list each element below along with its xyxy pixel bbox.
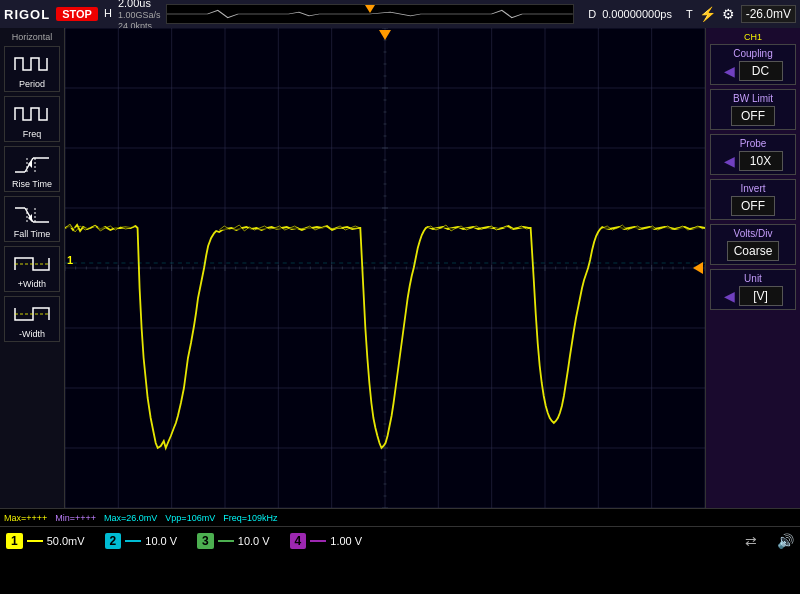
volts-div-row: Coarse [714,241,792,261]
rise-time-label: Rise Time [12,179,52,189]
period-label: Period [19,79,45,89]
unit-title: Unit [714,273,792,284]
channel-3-number: 3 [197,533,214,549]
battery-icon: ⚡ [699,6,716,22]
bw-limit-row: OFF [714,106,792,126]
trigger-top-marker [365,5,375,13]
t-indicator: T [686,8,693,20]
invert-title: Invert [714,183,792,194]
measure-neg-width[interactable]: -Width [4,296,60,342]
invert-section: Invert OFF [710,179,796,220]
channel-4-number: 4 [290,533,307,549]
measure-pos-width[interactable]: +Width [4,246,60,292]
right-panel: CH1 Coupling ◀ DC BW Limit OFF Probe ◀ 1… [705,28,800,508]
bw-limit-section: BW Limit OFF [710,89,796,130]
invert-value[interactable]: OFF [731,196,775,216]
neg-width-label: -Width [19,329,45,339]
channel-3-voltage: 10.0 V [238,535,270,547]
ch1-indicator: CH1 [710,32,796,42]
freq-status: Freq=109kHz [223,513,277,523]
coupling-title: Coupling [714,48,792,59]
channel-2-voltage: 10.0 V [145,535,177,547]
unit-left-arrow[interactable]: ◀ [724,288,735,304]
fall-time-label: Fall Time [14,229,51,239]
bw-limit-value[interactable]: OFF [731,106,775,126]
voltage-display: -26.0mV [741,5,796,23]
invert-row: OFF [714,196,792,216]
coupling-row[interactable]: ◀ DC [714,61,792,81]
probe-section: Probe ◀ 10X [710,134,796,175]
measure-fall-time[interactable]: Fall Time [4,196,60,242]
usb-icon[interactable]: ⇄ [745,533,757,549]
max2-status: Max=26.0mV [104,513,157,523]
sidebar-header: Horizontal [12,32,53,42]
max-status: Max=++++ [4,513,47,523]
coupling-left-arrow[interactable]: ◀ [724,63,735,79]
volts-div-title: Volts/Div [714,228,792,239]
volts-div-value[interactable]: Coarse [727,241,780,261]
unit-row[interactable]: ◀ [V] [714,286,792,306]
freq-icon [12,99,52,129]
freq-label: Freq [23,129,42,139]
channel-1-number: 1 [6,533,23,549]
period-icon [12,49,52,79]
power-icon: ⚙ [722,6,735,22]
coupling-section: Coupling ◀ DC [710,44,796,85]
channel-2-number: 2 [105,533,122,549]
scope-screen: 1 [65,28,705,508]
trigger-position-marker [379,30,391,40]
fall-time-icon [12,199,52,229]
vpp-status: Vpp=106mV [165,513,215,523]
rigol-logo: RIGOL [4,7,50,22]
rise-time-icon [12,149,52,179]
unit-value: [V] [739,286,783,306]
probe-title: Probe [714,138,792,149]
probe-left-arrow[interactable]: ◀ [724,153,735,169]
measure-period[interactable]: Period [4,46,60,92]
channel-1-line: — [27,540,43,542]
channel-3-line: — [218,540,234,542]
channel-2-line: — [125,540,141,542]
channel-1-item[interactable]: 1 — 50.0mV [6,533,85,549]
h-indicator: H [104,7,112,20]
unit-section: Unit ◀ [V] [710,269,796,310]
neg-width-icon [12,299,52,329]
main-layout: Horizontal Period Freq [0,28,800,508]
probe-row[interactable]: ◀ 10X [714,151,792,171]
channel-2-item[interactable]: 2 — 10.0 V [105,533,178,549]
measure-freq[interactable]: Freq [4,96,60,142]
top-bar: RIGOL STOP H 2.00us 1.00GSa/s 24.0kpts D… [0,0,800,28]
pos-width-icon [12,249,52,279]
mini-waveform [166,4,574,24]
pos-width-label: +Width [18,279,46,289]
channel-4-item[interactable]: 4 — 1.00 V [290,533,363,549]
stop-button[interactable]: STOP [56,7,98,21]
time-div-display: 2.00us 1.00GSa/s 24.0kpts [118,0,161,31]
channel-bar: 1 — 50.0mV 2 — 10.0 V 3 — 10.0 V 4 — 1.0… [0,526,800,554]
probe-value: 10X [739,151,783,171]
waveform-display [65,28,705,508]
coupling-value: DC [739,61,783,81]
channel-3-item[interactable]: 3 — 10.0 V [197,533,270,549]
channel-4-line: — [310,540,326,542]
d-value-display: 0.00000000ps [602,8,672,20]
trigger-level-marker [693,262,703,274]
d-indicator: D [588,8,596,20]
min-status: Min=++++ [55,513,96,523]
ch1-level-marker: 1 [67,254,73,266]
left-sidebar: Horizontal Period Freq [0,28,65,508]
volts-div-section: Volts/Div Coarse [710,224,796,265]
sound-icon[interactable]: 🔊 [777,533,794,549]
channel-4-voltage: 1.00 V [330,535,362,547]
status-bar: Max=++++ Min=++++ Max=26.0mV Vpp=106mV F… [0,508,800,526]
channel-1-voltage: 50.0mV [47,535,85,547]
measure-rise-time[interactable]: Rise Time [4,146,60,192]
bw-limit-title: BW Limit [714,93,792,104]
